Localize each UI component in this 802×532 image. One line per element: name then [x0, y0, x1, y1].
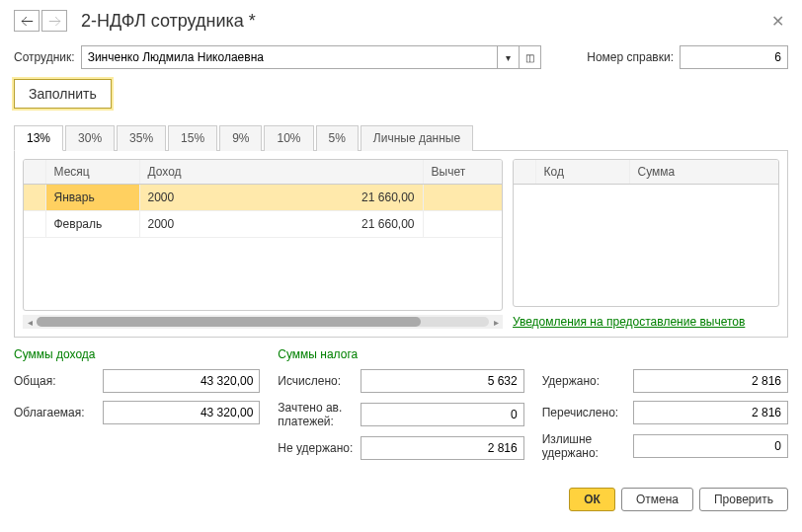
nav-back-button[interactable]: 🡠 — [14, 10, 40, 32]
tax-held-label: Удержано: — [542, 374, 629, 388]
col-income: Доход — [139, 160, 423, 185]
tax-held-input[interactable] — [633, 369, 788, 393]
rate-tabs: 13% 30% 35% 15% 9% 10% 5% Личные данные — [14, 124, 788, 151]
col-month: Месяц — [45, 160, 139, 185]
tax-calc-input[interactable] — [361, 369, 523, 393]
close-icon[interactable]: ✕ — [767, 12, 788, 31]
tax-overheld-label: Излишне удержано: — [542, 432, 629, 460]
tax-adv-input[interactable] — [361, 403, 523, 426]
tab-9[interactable]: 9% — [219, 125, 262, 151]
tax-notheld-label: Не удержано: — [278, 441, 357, 455]
employee-input[interactable] — [81, 45, 499, 69]
ref-number-input[interactable] — [680, 45, 788, 69]
tab-5[interactable]: 5% — [316, 125, 359, 151]
tab-35[interactable]: 35% — [117, 125, 166, 151]
income-grid[interactable]: Месяц Доход Вычет Январь 200021 660,00 — [23, 159, 503, 311]
tax-transferred-input[interactable] — [633, 401, 788, 424]
tax-transferred-label: Перечислено: — [542, 406, 629, 419]
ok-button[interactable]: ОК — [569, 488, 615, 511]
tax-sums-header: Суммы налога — [278, 347, 523, 361]
total-income-input[interactable] — [103, 369, 260, 393]
deduction-notifications-link[interactable]: Уведомления на предоставление вычетов — [513, 315, 779, 329]
table-row[interactable]: Январь 200021 660,00 — [24, 185, 502, 211]
table-row[interactable]: Февраль 200021 660,00 — [24, 211, 502, 238]
open-ref-icon[interactable]: ◫ — [520, 45, 541, 69]
tax-adv-label: Зачтено ав. платежей: — [278, 401, 357, 428]
tab-15[interactable]: 15% — [168, 125, 217, 151]
deductions-grid[interactable]: Код Сумма — [513, 159, 779, 307]
col-code: Код — [535, 160, 629, 185]
horizontal-scrollbar[interactable]: ◂ ▸ — [23, 315, 503, 329]
taxable-income-label: Облагаемая: — [14, 406, 99, 419]
income-sums-header: Суммы дохода — [14, 347, 260, 361]
check-button[interactable]: Проверить — [699, 488, 788, 511]
nav-forward-button: 🡢 — [41, 10, 67, 32]
tab-personal[interactable]: Личные данные — [361, 125, 473, 151]
employee-label: Сотрудник: — [14, 50, 75, 64]
tax-notheld-input[interactable] — [361, 436, 523, 460]
tab-13[interactable]: 13% — [14, 125, 63, 151]
col-deduction: Вычет — [423, 160, 502, 185]
total-income-label: Общая: — [14, 374, 99, 388]
cancel-button[interactable]: Отмена — [621, 488, 693, 511]
dropdown-icon[interactable]: ▾ — [498, 45, 520, 69]
col-sum: Сумма — [629, 160, 778, 185]
tab-10[interactable]: 10% — [264, 125, 313, 151]
tax-calc-label: Исчислено: — [278, 374, 357, 388]
fill-button[interactable]: Заполнить — [14, 79, 112, 109]
taxable-income-input[interactable] — [103, 401, 260, 424]
ref-number-label: Номер справки: — [587, 50, 674, 64]
window-title: 2-НДФЛ сотрудника * — [81, 11, 767, 32]
tax-overheld-input[interactable] — [633, 434, 788, 458]
tab-30[interactable]: 30% — [65, 125, 115, 151]
